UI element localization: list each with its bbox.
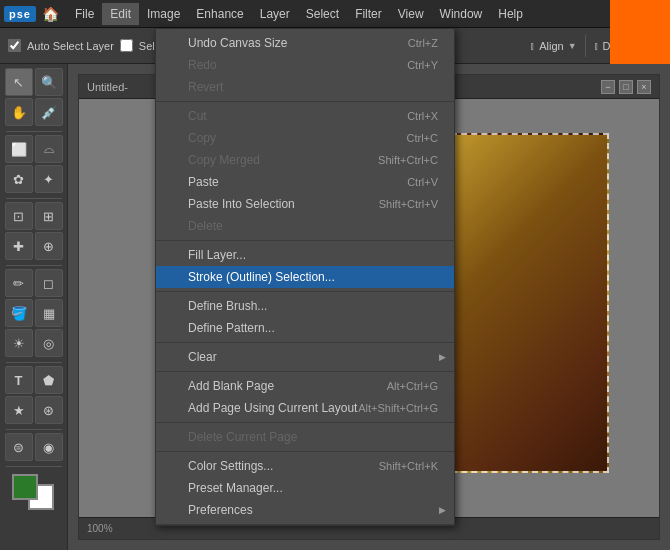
color-swatches [12,474,56,510]
color-settings-label: Color Settings... [188,459,273,473]
clear-label: Clear [188,350,217,364]
menu-enhance[interactable]: Enhance [188,3,251,25]
rect-select-tool[interactable]: ⬜ [5,135,33,163]
copy-merged-shortcut: Shift+Ctrl+C [378,154,438,166]
cut-item: Cut Ctrl+X [156,105,454,127]
tool-separator-6 [6,466,62,467]
edit-section-1: Undo Canvas Size Ctrl+Z Redo Ctrl+Y Reve… [156,29,454,102]
stroke-selection-item[interactable]: Stroke (Outline) Selection... [156,266,454,288]
healing-tool[interactable]: ✚ [5,232,33,260]
copy-label: Copy [188,131,216,145]
blur-tool[interactable]: ◎ [35,329,63,357]
edit-section-6: Add Blank Page Alt+Ctrl+G Add Page Using… [156,372,454,423]
undo-item[interactable]: Undo Canvas Size Ctrl+Z [156,32,454,54]
align-label: Align [539,40,563,52]
revert-label: Revert [188,80,223,94]
tool-separator-2 [6,198,62,199]
paste-item[interactable]: Paste Ctrl+V [156,171,454,193]
brush-tool[interactable]: ✏ [5,269,33,297]
paste-into-shortcut: Shift+Ctrl+V [379,198,438,210]
preferences-label: Preferences [188,503,253,517]
lasso-tool[interactable]: ⌓ [35,135,63,163]
undo-shortcut: Ctrl+Z [408,37,438,49]
preset-manager-label: Preset Manager... [188,481,283,495]
copy-shortcut: Ctrl+C [407,132,438,144]
smart-brush-tool[interactable]: ⊛ [35,396,63,424]
toolbar-divider-2 [585,35,586,57]
window-controls: − □ × [601,80,651,94]
preset-manager-item[interactable]: Preset Manager... [156,477,454,499]
undo-label: Undo Canvas Size [188,36,287,50]
preferences-item[interactable]: Preferences [156,499,454,521]
home-icon[interactable]: 🏠 [42,6,59,22]
left-panel: ↖ 🔍 ✋ 💉 ⬜ ⌓ ✿ ✦ ⊡ ⊞ ✚ ⊕ ✏ ◻ 🪣 ▦ ☀ ◎ T ⬟ … [0,64,68,550]
red-eye-tool[interactable]: ◉ [35,433,63,461]
maximize-button[interactable]: □ [619,80,633,94]
paint-bucket-tool[interactable]: 🪣 [5,299,33,327]
dodge-tool[interactable]: ☀ [5,329,33,357]
quick-select-tool[interactable]: ✿ [5,165,33,193]
move-tool[interactable]: ↖ [5,68,33,96]
custom-shape-tool[interactable]: ★ [5,396,33,424]
copy-item: Copy Ctrl+C [156,127,454,149]
menu-select[interactable]: Select [298,3,347,25]
type-tool[interactable]: T [5,366,33,394]
fill-layer-item[interactable]: Fill Layer... [156,244,454,266]
tool-separator-4 [6,362,62,363]
auto-select-checkbox[interactable] [8,39,21,52]
eraser-tool[interactable]: ◻ [35,269,63,297]
clone-tool[interactable]: ⊕ [35,232,63,260]
copy-merged-item: Copy Merged Shift+Ctrl+C [156,149,454,171]
menu-edit[interactable]: Edit [102,3,139,25]
add-page-layout-item[interactable]: Add Page Using Current Layout Alt+Shift+… [156,397,454,419]
menu-help[interactable]: Help [490,3,531,25]
eyedropper-tool[interactable]: 💉 [35,98,63,126]
cut-label: Cut [188,109,207,123]
delete-page-item: Delete Current Page [156,426,454,448]
menu-view[interactable]: View [390,3,432,25]
shape-tool[interactable]: ⬟ [35,366,63,394]
paste-into-label: Paste Into Selection [188,197,295,211]
add-blank-page-item[interactable]: Add Blank Page Alt+Ctrl+G [156,375,454,397]
revert-item: Revert [156,76,454,98]
edit-section-3: Fill Layer... Stroke (Outline) Selection… [156,241,454,292]
edit-section-8: Color Settings... Shift+Ctrl+K Preset Ma… [156,452,454,525]
edit-section-4: Define Brush... Define Pattern... [156,292,454,343]
foreground-color-swatch[interactable] [12,474,38,500]
recompose-tool[interactable]: ⊞ [35,202,63,230]
define-brush-item[interactable]: Define Brush... [156,295,454,317]
menu-file[interactable]: File [67,3,102,25]
hand-tool[interactable]: ✋ [5,98,33,126]
menu-image[interactable]: Image [139,3,188,25]
define-pattern-label: Define Pattern... [188,321,275,335]
zoom-level: 100% [87,523,113,534]
magic-wand-tool[interactable]: ✦ [35,165,63,193]
edit-section-5: Clear [156,343,454,372]
fill-layer-label: Fill Layer... [188,248,246,262]
add-page-layout-shortcut: Alt+Shift+Ctrl+G [358,402,438,414]
align-chevron[interactable]: ▼ [568,41,577,51]
select-checkbox[interactable] [120,39,133,52]
crop-tool[interactable]: ⊡ [5,202,33,230]
gradient-tool[interactable]: ▦ [35,299,63,327]
paste-label: Paste [188,175,219,189]
menu-bar: pse 🏠 File Edit Image Enhance Layer Sele… [0,0,670,28]
menu-window[interactable]: Window [432,3,491,25]
redo-label: Redo [188,58,217,72]
define-pattern-item[interactable]: Define Pattern... [156,317,454,339]
minimize-button[interactable]: − [601,80,615,94]
color-settings-item[interactable]: Color Settings... Shift+Ctrl+K [156,455,454,477]
close-button[interactable]: × [637,80,651,94]
paste-into-selection-item[interactable]: Paste Into Selection Shift+Ctrl+V [156,193,454,215]
menu-layer[interactable]: Layer [252,3,298,25]
redo-item: Redo Ctrl+Y [156,54,454,76]
menu-filter[interactable]: Filter [347,3,390,25]
define-brush-label: Define Brush... [188,299,267,313]
tool-separator-3 [6,265,62,266]
delete-item: Delete [156,215,454,237]
clear-item[interactable]: Clear [156,346,454,368]
zoom-tool[interactable]: 🔍 [35,68,63,96]
distribute-icon: ⫿ [594,40,599,51]
align-icon: ⫿ [530,40,535,51]
content-aware-tool[interactable]: ⊜ [5,433,33,461]
